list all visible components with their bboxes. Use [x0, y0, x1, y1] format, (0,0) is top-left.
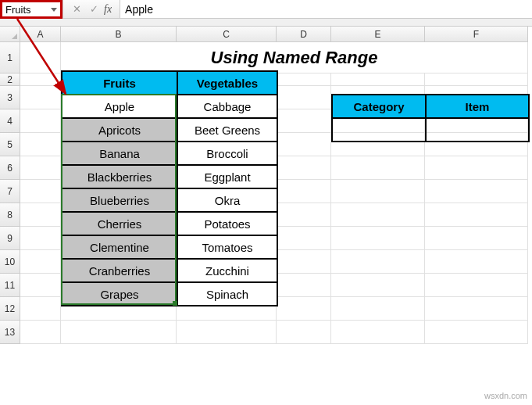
watermark: wsxdn.com: [484, 391, 527, 400]
table-cell[interactable]: Potatoes: [177, 212, 277, 235]
row-header-9[interactable]: 9: [0, 227, 20, 250]
fx-icon[interactable]: fx: [104, 3, 112, 16]
page-title[interactable]: Using Named Range: [61, 42, 528, 73]
side-header-category[interactable]: Category: [332, 95, 426, 118]
side-cell-item[interactable]: [426, 118, 529, 142]
table-cell[interactable]: Cabbage: [177, 95, 277, 118]
col-header-d[interactable]: D: [277, 27, 331, 42]
cell-a8[interactable]: [20, 203, 61, 227]
cell-a13[interactable]: [20, 321, 61, 344]
cell-a12[interactable]: [20, 297, 61, 321]
row-header-10[interactable]: 10: [0, 250, 20, 274]
col-header-c[interactable]: C: [177, 27, 277, 42]
table-cell[interactable]: Apple: [62, 95, 177, 118]
table-cell[interactable]: Broccoli: [177, 142, 277, 165]
cell-a10[interactable]: [20, 250, 61, 274]
row-header-8[interactable]: 8: [0, 203, 20, 227]
row-header-13[interactable]: 13: [0, 321, 20, 344]
side-header-item[interactable]: Item: [426, 95, 529, 118]
row-headers: 1 2 3 4 5 6 7 8 9 10 11 12 13: [0, 27, 20, 344]
table-cell[interactable]: Zucchini: [177, 259, 277, 282]
cell-f2[interactable]: [425, 73, 528, 86]
table-cell[interactable]: Blackberries: [62, 165, 177, 188]
table-cell[interactable]: Cranberries: [62, 259, 177, 282]
name-box-value: Fruits: [5, 4, 48, 16]
gutter: [0, 19, 532, 27]
table-cell[interactable]: Tomatoes: [177, 235, 277, 259]
table-cell[interactable]: Banana: [62, 142, 177, 165]
cell-a4[interactable]: [20, 109, 61, 133]
row-header-2[interactable]: 2: [0, 73, 20, 86]
table-header-vegetables[interactable]: Vegetables: [177, 71, 277, 95]
col-header-f[interactable]: F: [425, 27, 528, 42]
row-header-12[interactable]: 12: [0, 297, 20, 321]
cell-a3[interactable]: [20, 86, 61, 109]
row-header-1[interactable]: 1: [0, 42, 20, 73]
column-headers: A B C D E F: [20, 27, 532, 42]
formula-bar-row: Fruits ✕ ✓ fx Apple: [0, 0, 532, 19]
cell-a1[interactable]: [20, 42, 61, 73]
table-cell[interactable]: Clementine: [62, 235, 177, 259]
side-cell-category[interactable]: [332, 118, 426, 142]
formula-buttons: ✕ ✓ fx: [63, 0, 120, 18]
col-header-b[interactable]: B: [61, 27, 177, 42]
table-cell[interactable]: Spinach: [177, 282, 277, 306]
table-cell[interactable]: Cherries: [62, 212, 177, 235]
side-table: Category Item: [331, 94, 530, 142]
col-header-e[interactable]: E: [331, 27, 425, 42]
table-cell[interactable]: Apricots: [62, 118, 177, 142]
formula-input[interactable]: Apple: [120, 0, 532, 18]
table-cell[interactable]: Beet Greens: [177, 118, 277, 142]
name-box[interactable]: Fruits: [0, 0, 62, 19]
confirm-icon[interactable]: ✓: [85, 1, 102, 18]
chevron-down-icon[interactable]: [51, 8, 57, 12]
cell-e2[interactable]: [331, 73, 425, 86]
row-header-7[interactable]: 7: [0, 180, 20, 203]
cell-d2[interactable]: [277, 73, 331, 86]
row-header-3[interactable]: 3: [0, 86, 20, 109]
grid: A B C D E F Using Named Range: [20, 27, 532, 344]
cell-a7[interactable]: [20, 180, 61, 203]
cell-a2[interactable]: [20, 73, 61, 86]
data-table: Fruits Vegetables AppleCabbage ApricotsB…: [61, 70, 278, 306]
cell-a9[interactable]: [20, 227, 61, 250]
select-all-corner[interactable]: [0, 27, 20, 42]
row-header-4[interactable]: 4: [0, 109, 20, 133]
table-header-fruits[interactable]: Fruits: [62, 71, 177, 95]
table-cell[interactable]: Eggplant: [177, 165, 277, 188]
worksheet: 1 2 3 4 5 6 7 8 9 10 11 12 13 A B C D E …: [0, 27, 532, 344]
cancel-icon[interactable]: ✕: [68, 1, 85, 18]
table-cell[interactable]: Blueberries: [62, 188, 177, 212]
table-cell[interactable]: Okra: [177, 188, 277, 212]
row-header-5[interactable]: 5: [0, 133, 20, 156]
cell-a6[interactable]: [20, 156, 61, 180]
row-header-11[interactable]: 11: [0, 274, 20, 297]
row-header-6[interactable]: 6: [0, 156, 20, 180]
col-header-a[interactable]: A: [20, 27, 61, 42]
formula-value: Apple: [125, 3, 153, 16]
table-cell[interactable]: Grapes: [62, 282, 177, 306]
cell-a11[interactable]: [20, 274, 61, 297]
cell-a5[interactable]: [20, 133, 61, 156]
